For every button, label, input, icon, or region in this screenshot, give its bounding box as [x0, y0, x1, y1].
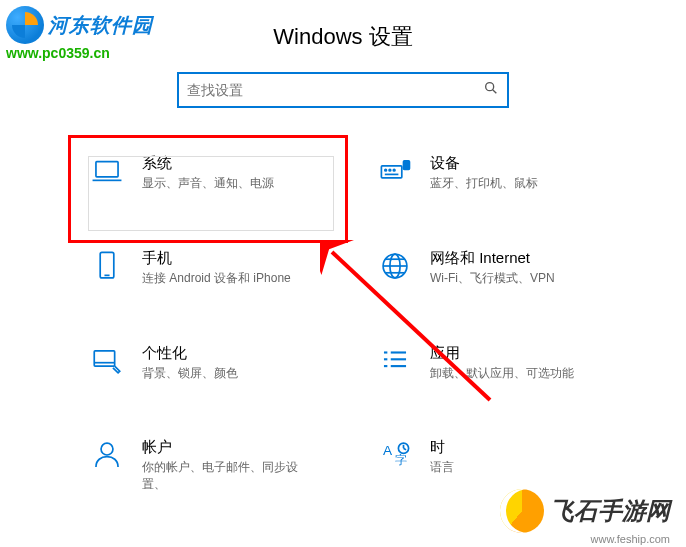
- search-container: [0, 72, 686, 108]
- search-input[interactable]: [187, 82, 483, 98]
- tile-desc: 显示、声音、通知、电源: [142, 175, 274, 192]
- time-language-icon: A字: [378, 438, 412, 472]
- tile-personalization[interactable]: 个性化 背景、锁屏、颜色: [90, 338, 318, 388]
- paintbrush-icon: [90, 344, 124, 378]
- search-icon: [483, 80, 499, 100]
- tile-title: 网络和 Internet: [430, 249, 555, 268]
- watermark-right-text: 飞石手游网: [550, 495, 670, 527]
- tile-accounts[interactable]: 帐户 你的帐户、电子邮件、同步设置、: [90, 432, 318, 499]
- laptop-icon: [90, 154, 124, 188]
- watermark-left-url: www.pc0359.cn: [6, 45, 110, 61]
- tile-title: 系统: [142, 154, 274, 173]
- settings-grid: 系统 显示、声音、通知、电源 设备 蓝牙、打印机、鼠标 手机 连接 Androi…: [0, 148, 686, 499]
- tile-network[interactable]: 网络和 Internet Wi-Fi、飞行模式、VPN: [378, 243, 606, 293]
- svg-rect-17: [94, 350, 114, 365]
- svg-point-6: [385, 169, 387, 171]
- person-icon: [90, 438, 124, 472]
- watermark-right-url: www.feship.com: [591, 533, 670, 545]
- watermark-right-logo: 飞石手游网: [500, 489, 670, 533]
- tile-title: 应用: [430, 344, 574, 363]
- tile-title: 手机: [142, 249, 291, 268]
- tile-desc: 背景、锁屏、颜色: [142, 365, 238, 382]
- tile-title: 时: [430, 438, 454, 457]
- tile-system[interactable]: 系统 显示、声音、通知、电源: [90, 148, 318, 198]
- svg-line-1: [493, 90, 497, 94]
- tile-desc: 蓝牙、打印机、鼠标: [430, 175, 538, 192]
- globe-icon: [378, 249, 412, 283]
- tile-phone[interactable]: 手机 连接 Android 设备和 iPhone: [90, 243, 318, 293]
- apps-list-icon: [378, 344, 412, 378]
- svg-point-7: [389, 169, 391, 171]
- svg-point-25: [101, 443, 113, 455]
- tile-title: 个性化: [142, 344, 238, 363]
- tile-desc: 你的帐户、电子邮件、同步设置、: [142, 459, 312, 493]
- svg-point-0: [486, 83, 494, 91]
- svg-line-30: [404, 449, 407, 451]
- tile-desc: Wi-Fi、飞行模式、VPN: [430, 270, 555, 287]
- tile-devices[interactable]: 设备 蓝牙、打印机、鼠标: [378, 148, 606, 198]
- watermark-left-text: 河东软件园: [48, 12, 153, 39]
- tile-title: 设备: [430, 154, 538, 173]
- keyboard-icon: [378, 154, 412, 188]
- tile-title: 帐户: [142, 438, 312, 457]
- tile-apps[interactable]: 应用 卸载、默认应用、可选功能: [378, 338, 606, 388]
- svg-text:字: 字: [395, 453, 407, 467]
- tile-desc: 卸载、默认应用、可选功能: [430, 365, 574, 382]
- watermark-left-logo: 河东软件园: [6, 6, 153, 44]
- search-box[interactable]: [177, 72, 509, 108]
- tile-desc: 语言: [430, 459, 454, 476]
- svg-text:A: A: [383, 443, 393, 458]
- svg-rect-4: [381, 166, 401, 178]
- svg-rect-10: [100, 252, 114, 278]
- tile-desc: 连接 Android 设备和 iPhone: [142, 270, 291, 287]
- svg-point-8: [393, 169, 395, 171]
- svg-rect-5: [404, 161, 410, 170]
- svg-rect-2: [96, 162, 118, 177]
- phone-icon: [90, 249, 124, 283]
